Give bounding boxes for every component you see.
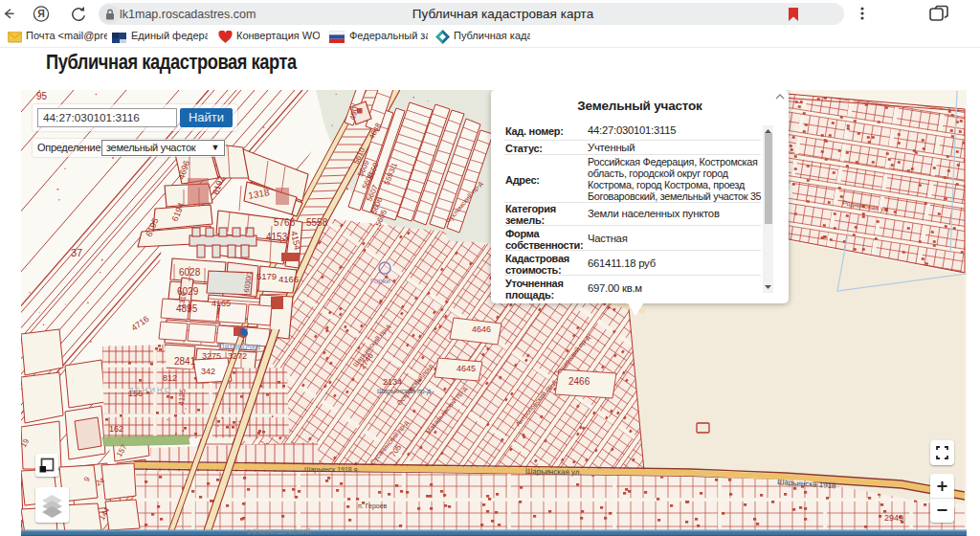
svg-text:4153: 4153 (266, 232, 288, 242)
svg-text:2466: 2466 (568, 376, 590, 387)
svg-text:162: 162 (109, 424, 123, 434)
svg-text:6028: 6028 (179, 267, 201, 278)
svg-text:2949: 2949 (884, 513, 903, 523)
svg-text:Пятёрочка: Пятёрочка (218, 342, 260, 351)
svg-text:37: 37 (71, 247, 82, 258)
svg-text:Шарьинск 1918 я.: Шарьинск 1918 я. (304, 466, 359, 474)
svg-text:3272: 3272 (228, 351, 247, 361)
svg-text:342: 342 (201, 367, 215, 376)
svg-text:п. Героев: п. Героев (358, 502, 388, 510)
svg-text:5558: 5558 (306, 217, 328, 228)
svg-text:3275: 3275 (202, 351, 221, 361)
svg-text:4645: 4645 (457, 364, 476, 373)
svg-text:812: 812 (163, 373, 177, 383)
svg-text:2-й КИНЕШЕМСКИЙ: 2-й КИНЕШЕМСКИЙ (247, 527, 311, 535)
svg-text:2841: 2841 (174, 356, 196, 367)
svg-text:5766: 5766 (274, 217, 296, 228)
svg-text:95: 95 (36, 91, 48, 101)
svg-text:4646: 4646 (472, 324, 491, 334)
svg-text:Шарьинская ул.: Шарьинская ул. (525, 467, 582, 477)
svg-text:4165: 4165 (212, 299, 231, 308)
svg-text:Горки: Горки (370, 277, 390, 285)
svg-text:ЛЕНИНО: ЛЕНИНО (128, 386, 172, 394)
svg-text:Шарьинский пр-д: Шарьинский пр-д (377, 388, 431, 395)
svg-text:5179: 5179 (256, 271, 277, 281)
svg-text:4166: 4166 (278, 274, 299, 284)
svg-text:Я: Я (37, 8, 45, 19)
svg-text:4125: 4125 (177, 388, 188, 406)
svg-text:2134: 2134 (383, 377, 402, 387)
